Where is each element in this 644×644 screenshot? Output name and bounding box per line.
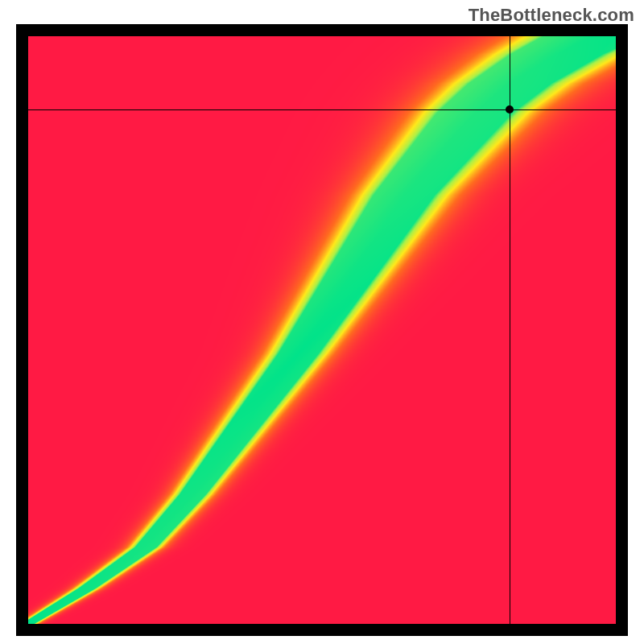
crosshair-vertical: [510, 36, 510, 624]
plot-border: [16, 24, 628, 636]
plot-area[interactable]: [28, 36, 616, 624]
heatmap-canvas: [28, 36, 616, 624]
selection-marker[interactable]: [506, 105, 514, 114]
crosshair-horizontal: [28, 109, 616, 110]
watermark-text: TheBottleneck.com: [469, 5, 634, 26]
stage: TheBottleneck.com: [0, 0, 644, 644]
